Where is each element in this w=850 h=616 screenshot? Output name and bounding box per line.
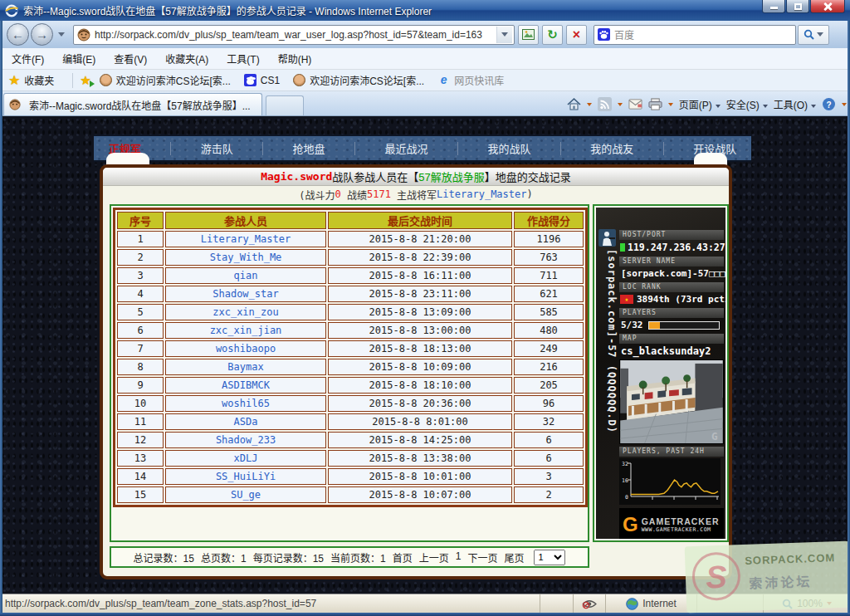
player-name[interactable]: xDLJ — [234, 452, 258, 464]
war-table-frame: 序号 参战人员 最后交战时间 作战得分 1Literary_Master2015… — [110, 204, 589, 542]
mail-icon[interactable] — [628, 97, 642, 111]
menu-item[interactable]: 工具(T) — [227, 51, 259, 66]
menu-bar: 文件(F)编辑(E)查看(V)收藏夹(A)工具(T)帮助(H) — [0, 48, 850, 70]
page-menu-button[interactable]: 页面(P) — [679, 97, 721, 111]
ie-favicon-icon: e — [437, 74, 450, 86]
tools-menu-button[interactable]: 工具(O) — [774, 97, 816, 111]
player-name[interactable]: zxc_xin_zou — [212, 306, 278, 318]
pagination-link[interactable]: 下一页 — [467, 550, 497, 565]
search-input[interactable]: 百度 — [614, 27, 792, 42]
player-name[interactable]: woshibaopo — [216, 343, 276, 354]
menu-item[interactable]: 收藏夹(A) — [165, 51, 208, 66]
gametracker-frame: [sorpack.com]-57 (QQQQQQ.D) HOST/PORT 11… — [593, 204, 729, 542]
close-button[interactable] — [810, 0, 845, 13]
gametracker-logo[interactable]: G GAMETRACKER WWW.GAMETRACKER.COM — [619, 508, 724, 539]
players-count: 5/32 — [621, 320, 643, 330]
compatibility-view-button[interactable] — [518, 25, 539, 45]
player-name[interactable]: Shadow_233 — [216, 434, 276, 446]
pagination-link[interactable]: 尾页 — [504, 550, 524, 565]
gametracker-url: WWW.GAMETRACKER.COM — [642, 526, 720, 533]
gametracker-banner[interactable]: [sorpack.com]-57 (QQQQQQ.D) HOST/PORT 11… — [596, 208, 725, 539]
url-input[interactable]: http://sorpack.com/dv_plus/sp_team/team_… — [95, 29, 496, 41]
favorites-item[interactable]: e网页快讯库 — [437, 73, 504, 87]
favorites-bar: ★ 收藏夹 ★ 欢迎访问索沛CS论坛[索...CS1欢迎访问索沛CS论坛[索..… — [0, 70, 850, 91]
battle-score: 216 — [514, 359, 584, 375]
pagination-link[interactable]: 首页 — [393, 550, 413, 565]
pagination-count: 总记录数：15 — [134, 550, 194, 565]
minimize-button[interactable] — [762, 0, 785, 13]
content-card: Magic.sword战队参战人员在【57解放战争服】地盘的交战记录 (战斗力0… — [100, 164, 732, 579]
menu-item[interactable]: 查看(V) — [114, 51, 147, 66]
refresh-button[interactable]: ↻ — [542, 25, 563, 45]
player-cell: SS_HuiLiYi — [165, 468, 326, 485]
player-name[interactable]: Baymax — [227, 361, 263, 373]
player-name[interactable]: Literary_Master — [201, 233, 291, 245]
row-number: 10 — [117, 395, 164, 412]
nav-item[interactable]: 抢地盘 — [293, 140, 325, 156]
menu-item[interactable]: 帮助(H) — [278, 51, 312, 66]
favorites-item-label: 欢迎访问索沛CS论坛[索... — [310, 73, 424, 87]
battle-time: 2015-8-8 20:36:00 — [328, 395, 512, 412]
gametracker-logo-text: GAMETRACKER — [642, 516, 720, 526]
map-name: cs_blacksunday2 — [621, 345, 711, 357]
battle-time: 2015-8-8 13:38:00 — [328, 450, 512, 467]
favorites-button[interactable]: 收藏夹 — [24, 73, 54, 87]
player-name[interactable]: ASDIBMCK — [222, 379, 270, 391]
pagination-link[interactable]: 1 — [456, 550, 462, 565]
address-bar[interactable]: http://sorpack.com/dv_plus/sp_team/team_… — [73, 25, 515, 45]
search-button[interactable] — [798, 25, 829, 45]
help-icon[interactable]: ? — [822, 97, 836, 111]
avatar-favicon-icon — [100, 74, 112, 86]
tracking-protection-cell[interactable] — [573, 594, 605, 613]
player-name[interactable]: qian — [234, 270, 258, 281]
svg-text:G: G — [711, 430, 718, 442]
nav-item[interactable]: 最近战况 — [384, 140, 427, 156]
search-box[interactable]: 百度 — [594, 25, 796, 45]
player-name[interactable]: zxc_xin_jian — [210, 325, 282, 336]
players-progress-fill — [649, 322, 660, 329]
pagination-link[interactable]: 上一页 — [419, 550, 449, 565]
player-name[interactable]: woshil65 — [222, 398, 270, 409]
rss-feed-icon[interactable] — [598, 97, 612, 111]
page-viewport: 正规军游击队抢地盘最近战况我的战队我的战友开设战队 Magic.sword战队参… — [0, 116, 850, 594]
favorites-item[interactable]: CS1 — [244, 74, 280, 86]
home-icon[interactable] — [567, 97, 581, 111]
print-dropdown-icon[interactable] — [668, 103, 673, 106]
page-select[interactable]: 1 — [534, 550, 565, 565]
player-name[interactable]: Stay_With_Me — [210, 252, 282, 263]
favorites-item[interactable]: 欢迎访问索沛CS论坛[索... — [293, 73, 424, 87]
favorites-item[interactable]: 欢迎访问索沛CS论坛[索... — [100, 73, 231, 87]
player-name[interactable]: SU_ge — [231, 489, 261, 501]
battle-time: 2015-8-8 13:00:00 — [328, 322, 512, 339]
player-name[interactable]: Shadow_star — [212, 288, 278, 300]
pagination-bar: 总记录数：15总页数：1每页记录数：15当前页数：1 首页上一页1下一页尾页 1 — [110, 546, 589, 568]
security-menu-button[interactable]: 安全(S) — [726, 97, 768, 111]
table-row: 2Stay_With_Me2015-8-8 22:39:00763 — [117, 249, 584, 266]
nav-item[interactable]: 我的战队 — [487, 140, 530, 156]
print-icon[interactable] — [648, 97, 662, 111]
player-name[interactable]: ASDa — [234, 416, 258, 428]
stop-button[interactable]: × — [566, 25, 587, 45]
home-dropdown-icon[interactable] — [587, 103, 592, 106]
forward-button[interactable]: → — [31, 23, 53, 46]
player-name[interactable]: SS_HuiLiYi — [216, 471, 276, 482]
menu-item[interactable]: 编辑(E) — [62, 51, 95, 66]
battle-time: 2015-8-8 23:11:00 — [328, 286, 512, 302]
menu-item[interactable]: 文件(F) — [12, 51, 44, 66]
help-dropdown-icon[interactable] — [842, 103, 847, 106]
favorites-items: 欢迎访问索沛CS论坛[索...CS1欢迎访问索沛CS论坛[索...e网页快讯库 — [100, 73, 504, 87]
country-flag-icon: ★ — [620, 295, 633, 304]
new-tab-stub[interactable] — [266, 95, 304, 115]
nav-item[interactable]: 游击队 — [201, 140, 233, 156]
address-dropdown-button[interactable] — [496, 27, 512, 43]
security-zone[interactable]: Internet — [605, 594, 696, 613]
history-dropdown[interactable] — [58, 32, 65, 37]
back-button[interactable]: ← — [7, 23, 29, 46]
battle-time: 2015-8-8 10:01:00 — [328, 468, 512, 485]
maximize-button[interactable] — [786, 0, 809, 13]
tab-active[interactable]: 索沛--Magic.sword战队在地盘【57解放战争服】... — [3, 93, 262, 115]
feeds-dropdown-icon[interactable] — [618, 103, 623, 106]
battle-score: 96 — [514, 395, 584, 412]
add-favorite-icon[interactable]: ★ — [80, 73, 90, 88]
nav-item[interactable]: 我的战友 — [590, 140, 633, 156]
